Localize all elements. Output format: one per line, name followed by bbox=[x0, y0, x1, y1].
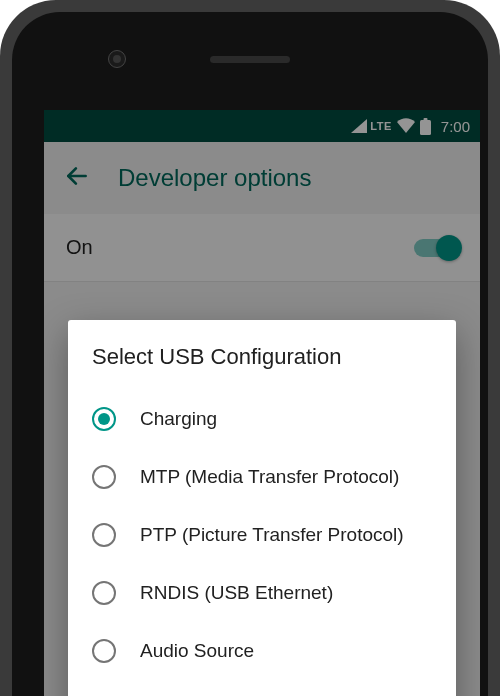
radio-label: MTP (Media Transfer Protocol) bbox=[140, 465, 399, 490]
dialog-title: Select USB Configuration bbox=[92, 344, 432, 370]
dialog-options: ChargingMTP (Media Transfer Protocol)PTP… bbox=[92, 390, 432, 696]
radio-icon bbox=[92, 465, 116, 489]
radio-icon bbox=[92, 639, 116, 663]
radio-option[interactable]: MIDI bbox=[92, 680, 432, 696]
phone-frame: LTE 7:00 Developer options On S bbox=[0, 0, 500, 696]
radio-option[interactable]: Audio Source bbox=[92, 622, 432, 680]
radio-option[interactable]: PTP (Picture Transfer Protocol) bbox=[92, 506, 432, 564]
radio-icon bbox=[92, 407, 116, 431]
phone-speaker bbox=[210, 56, 290, 63]
phone-front-camera bbox=[108, 50, 126, 68]
radio-label: Charging bbox=[140, 407, 217, 432]
usb-config-dialog: Select USB Configuration ChargingMTP (Me… bbox=[68, 320, 456, 696]
radio-label: PTP (Picture Transfer Protocol) bbox=[140, 523, 404, 548]
screen: LTE 7:00 Developer options On S bbox=[44, 110, 480, 696]
radio-option[interactable]: Charging bbox=[92, 390, 432, 448]
radio-option[interactable]: MTP (Media Transfer Protocol) bbox=[92, 448, 432, 506]
radio-icon bbox=[92, 581, 116, 605]
radio-label: Audio Source bbox=[140, 639, 254, 664]
radio-icon bbox=[92, 523, 116, 547]
radio-option[interactable]: RNDIS (USB Ethernet) bbox=[92, 564, 432, 622]
radio-label: RNDIS (USB Ethernet) bbox=[140, 581, 333, 606]
phone-bezel: LTE 7:00 Developer options On S bbox=[12, 12, 488, 696]
